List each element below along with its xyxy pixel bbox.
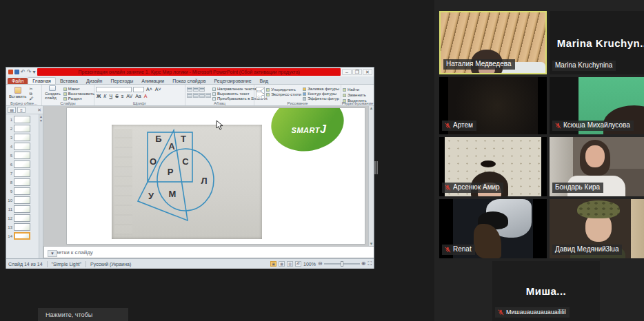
new-slide-button[interactable]: Создать слайд [43, 85, 62, 100]
slideshow-view-button[interactable]: 🗗 [295, 261, 301, 267]
zoom-out-icon[interactable]: ⊖ [318, 261, 323, 267]
save-icon[interactable] [14, 70, 19, 74]
close-button[interactable]: ✕ [363, 69, 372, 75]
language-indicator[interactable]: Русский (Украина) [90, 262, 131, 267]
paste-button[interactable]: Вставить [8, 85, 28, 100]
bullets-icon[interactable] [187, 87, 192, 92]
tab-file[interactable]: Файл [8, 78, 28, 84]
undo-icon[interactable]: ↶ [21, 70, 26, 74]
close-panel-icon[interactable]: ✕ [37, 107, 41, 113]
numbering-icon[interactable] [193, 87, 199, 92]
tab-slideshow[interactable]: Показ слайдов [168, 78, 210, 84]
copy-icon[interactable]: ⧉ [29, 92, 33, 96]
slide-thumbnail[interactable]: 13 [7, 222, 41, 231]
section-button[interactable]: Раздел [63, 96, 94, 101]
zoom-tooltip[interactable]: Нажмите, чтобы [38, 308, 128, 321]
participant-tile-natalia[interactable]: Наталия Медведева [439, 11, 547, 74]
tab-review[interactable]: Рецензирование [210, 78, 255, 84]
thumbnail-scrollbar[interactable]: ▲▼ [39, 114, 43, 258]
char-spacing-icon[interactable]: AV [125, 94, 133, 99]
zoom-in-icon[interactable]: ⊕ [361, 261, 366, 267]
layout-button[interactable]: Макет [63, 87, 94, 91]
minimize-button[interactable]: – [342, 69, 352, 75]
participant-tile-kira[interactable]: Бондарь Кира [550, 137, 644, 196]
tab-insert[interactable]: Вставка [56, 78, 82, 84]
align-center-icon[interactable] [193, 93, 199, 98]
slide-thumbnail[interactable]: 4 [7, 142, 41, 151]
participant-tile-arsenyuk[interactable]: Арсенюк Амир [439, 137, 547, 196]
tab-animations[interactable]: Анимации [137, 78, 168, 84]
find-button[interactable]: Найти [343, 87, 367, 92]
slide-thumbnail[interactable]: 9 [7, 187, 41, 196]
participant-tile-artem[interactable]: Артем [439, 77, 547, 134]
reset-button[interactable]: Восстановить [63, 92, 94, 96]
qat-dropdown-icon[interactable]: ▾ [32, 70, 35, 74]
tab-outline[interactable]: ≡ [17, 107, 26, 113]
slide-indicator: Слайд 14 из 14 [8, 262, 43, 267]
tab-transitions[interactable]: Переходы [106, 78, 137, 84]
participant-tile-misha[interactable]: Миша... Мишаuauauauauaililil [492, 261, 600, 321]
format-painter-icon[interactable]: 🖉 [29, 96, 33, 101]
notes-pane[interactable]: Заметки к слайду [43, 246, 374, 258]
shape-outline-button[interactable]: Контур фигуры [303, 92, 339, 96]
slide-thumbnail-image [14, 232, 30, 240]
participant-tile-david[interactable]: Давид Медяний3lua [550, 199, 644, 258]
fit-to-window-icon[interactable]: ⛶ [368, 261, 372, 267]
participant-tile-marina[interactable]: Marina Kruchyn... Marina Kruchynina [550, 11, 644, 74]
font-color-icon[interactable]: А [143, 94, 148, 99]
ribbon-group-paragraph: Направление текста Выровнять текст Преоб… [185, 85, 254, 105]
slide-vertical-scrollbar[interactable]: ▲▼ [368, 106, 374, 246]
slide-thumbnail[interactable]: 7 [7, 169, 41, 178]
shape-fill-button[interactable]: Заливка фигуры [303, 87, 339, 91]
tab-design[interactable]: Дизайн [82, 78, 107, 84]
zoom-slider-thumb[interactable] [341, 261, 343, 267]
shape-effects-button[interactable]: Эффекты фигур [303, 96, 339, 101]
slide-thumbnail[interactable]: 2 [7, 124, 41, 133]
font-name-select[interactable] [96, 87, 132, 92]
participant-tile-renat[interactable]: Renat [439, 199, 547, 258]
shapes-gallery[interactable]: ▭◯△╲☆⬡◇╱ [256, 87, 265, 99]
quick-styles-button[interactable]: Экспресс-стили [266, 92, 301, 96]
tab-home[interactable]: Главная [28, 77, 56, 84]
cut-icon[interactable]: ✂ [29, 87, 33, 91]
tab-view[interactable]: Вид [256, 78, 273, 84]
reading-view-button[interactable]: ▥ [287, 261, 293, 267]
font-size-select[interactable] [133, 87, 144, 92]
bold-button[interactable]: Ж [96, 94, 101, 99]
change-case-icon[interactable]: Aa [134, 94, 142, 99]
arrange-button[interactable]: Упорядочить [266, 87, 301, 92]
shadow-icon[interactable]: s [121, 94, 125, 99]
slide-thumbnail[interactable]: 5 [7, 151, 41, 160]
slide-sorter-view-button[interactable]: ▦ [279, 261, 285, 267]
theme-name[interactable]: "Simple Light" [52, 262, 82, 267]
normal-view-button[interactable]: ▣ [270, 261, 276, 267]
tab-slides-thumbnails[interactable]: ▤ [8, 107, 16, 113]
participant-name-label: Артем [442, 121, 476, 131]
slide-thumbnail[interactable]: 6 [7, 160, 41, 169]
replace-button[interactable]: Заменить [343, 93, 367, 97]
align-right-icon[interactable] [199, 93, 205, 98]
italic-button[interactable]: К [103, 94, 107, 99]
indent-icon[interactable] [199, 87, 205, 92]
align-left-icon[interactable] [187, 93, 192, 98]
slide-thumbnail[interactable]: 1 [7, 115, 41, 124]
maximize-button[interactable]: ❐ [352, 69, 362, 75]
slide-thumbnail[interactable]: 3 [7, 133, 41, 142]
panel-divider-handle[interactable] [374, 161, 378, 174]
participant-tile-ksyusha[interactable]: Ксюша Михайлусова [550, 77, 644, 134]
underline-button[interactable]: Ч [108, 94, 113, 99]
strikethrough-icon[interactable]: S [114, 94, 119, 99]
title-bar[interactable]: ↶ ↷ ▾ Презентация онлайн занятие 1. Курс… [6, 68, 374, 76]
shrink-font-icon[interactable]: A˅ [154, 87, 162, 92]
slide-thumbnail[interactable]: 11 [7, 205, 41, 214]
slide-thumbnail[interactable]: 8 [7, 178, 41, 187]
grow-font-icon[interactable]: A˄ [145, 87, 153, 92]
justify-icon[interactable] [205, 93, 211, 98]
mouse-cursor [216, 120, 223, 131]
thumbnail-scroll-down-button[interactable]: ▼ [48, 250, 57, 257]
zoom-slider[interactable]: ⊖ ⊕ [318, 261, 365, 267]
slide-thumbnail[interactable]: 10 [7, 196, 41, 205]
slide-thumbnail[interactable]: 14 [7, 231, 41, 240]
slide-thumbnail[interactable]: 12 [7, 214, 41, 222]
redo-icon[interactable]: ↷ [27, 70, 32, 74]
